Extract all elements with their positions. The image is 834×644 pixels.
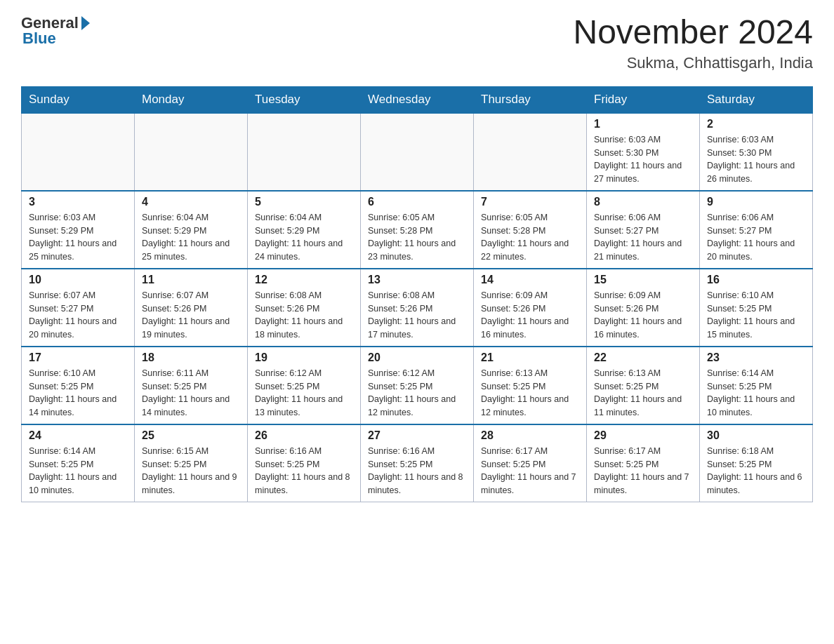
day-number: 9 [707,196,805,208]
day-number: 28 [481,429,579,442]
day-info: Sunrise: 6:17 AMSunset: 5:25 PMDaylight:… [481,445,579,497]
calendar-cell: 1Sunrise: 6:03 AMSunset: 5:30 PMDaylight… [587,113,700,191]
logo: General Blue [21,14,90,48]
calendar-week-row: 1Sunrise: 6:03 AMSunset: 5:30 PMDaylight… [22,113,813,191]
day-info: Sunrise: 6:14 AMSunset: 5:25 PMDaylight:… [707,367,805,420]
calendar-day-header: Friday [587,86,700,113]
day-info: Sunrise: 6:03 AMSunset: 5:30 PMDaylight:… [707,133,805,186]
calendar-cell: 4Sunrise: 6:04 AMSunset: 5:29 PMDaylight… [135,191,248,269]
logo-arrow-icon [81,16,90,30]
calendar-cell [361,113,474,191]
calendar-cell: 9Sunrise: 6:06 AMSunset: 5:27 PMDaylight… [700,191,813,269]
day-number: 1 [594,118,692,130]
calendar-day-header: Sunday [22,86,135,113]
day-info: Sunrise: 6:09 AMSunset: 5:26 PMDaylight:… [594,289,692,342]
day-info: Sunrise: 6:16 AMSunset: 5:25 PMDaylight:… [368,445,466,497]
day-number: 5 [255,196,353,208]
calendar-cell: 20Sunrise: 6:12 AMSunset: 5:25 PMDayligh… [361,347,474,424]
day-number: 6 [368,196,466,208]
day-info: Sunrise: 6:15 AMSunset: 5:25 PMDaylight:… [142,445,240,497]
day-info: Sunrise: 6:04 AMSunset: 5:29 PMDaylight:… [255,211,353,264]
month-title: November 2024 [573,14,813,51]
calendar-week-row: 3Sunrise: 6:03 AMSunset: 5:29 PMDaylight… [22,191,813,269]
day-info: Sunrise: 6:09 AMSunset: 5:26 PMDaylight:… [481,289,579,342]
day-number: 30 [707,429,805,442]
day-info: Sunrise: 6:16 AMSunset: 5:25 PMDaylight:… [255,445,353,497]
day-info: Sunrise: 6:14 AMSunset: 5:25 PMDaylight:… [29,445,127,497]
day-info: Sunrise: 6:06 AMSunset: 5:27 PMDaylight:… [594,211,692,264]
day-number: 29 [594,429,692,442]
calendar-cell: 30Sunrise: 6:18 AMSunset: 5:25 PMDayligh… [700,424,813,502]
calendar-cell: 10Sunrise: 6:07 AMSunset: 5:27 PMDayligh… [22,269,135,347]
day-number: 18 [142,351,240,364]
day-info: Sunrise: 6:10 AMSunset: 5:25 PMDaylight:… [707,289,805,342]
calendar-table: SundayMondayTuesdayWednesdayThursdayFrid… [21,86,813,502]
calendar-cell: 19Sunrise: 6:12 AMSunset: 5:25 PMDayligh… [248,347,361,424]
calendar-cell: 8Sunrise: 6:06 AMSunset: 5:27 PMDaylight… [587,191,700,269]
calendar-cell: 15Sunrise: 6:09 AMSunset: 5:26 PMDayligh… [587,269,700,347]
calendar-cell: 17Sunrise: 6:10 AMSunset: 5:25 PMDayligh… [22,347,135,424]
day-number: 19 [255,351,353,364]
day-info: Sunrise: 6:17 AMSunset: 5:25 PMDaylight:… [594,445,692,497]
calendar-cell [474,113,587,191]
day-number: 26 [255,429,353,442]
day-number: 23 [707,351,805,364]
calendar-cell: 12Sunrise: 6:08 AMSunset: 5:26 PMDayligh… [248,269,361,347]
day-info: Sunrise: 6:13 AMSunset: 5:25 PMDaylight:… [594,367,692,420]
day-info: Sunrise: 6:11 AMSunset: 5:25 PMDaylight:… [142,367,240,420]
calendar-cell [22,113,135,191]
day-number: 27 [368,429,466,442]
day-number: 25 [142,429,240,442]
calendar-day-header: Monday [135,86,248,113]
day-number: 2 [707,118,805,130]
day-number: 11 [142,274,240,286]
day-info: Sunrise: 6:08 AMSunset: 5:26 PMDaylight:… [368,289,466,342]
calendar-cell: 23Sunrise: 6:14 AMSunset: 5:25 PMDayligh… [700,347,813,424]
calendar-cell: 18Sunrise: 6:11 AMSunset: 5:25 PMDayligh… [135,347,248,424]
location-subtitle: Sukma, Chhattisgarh, India [573,54,813,72]
calendar-cell: 21Sunrise: 6:13 AMSunset: 5:25 PMDayligh… [474,347,587,424]
calendar-week-row: 24Sunrise: 6:14 AMSunset: 5:25 PMDayligh… [22,424,813,502]
day-info: Sunrise: 6:13 AMSunset: 5:25 PMDaylight:… [481,367,579,420]
page-header: General Blue November 2024 Sukma, Chhatt… [21,14,813,72]
day-number: 4 [142,196,240,208]
calendar-cell: 24Sunrise: 6:14 AMSunset: 5:25 PMDayligh… [22,424,135,502]
calendar-cell: 2Sunrise: 6:03 AMSunset: 5:30 PMDaylight… [700,113,813,191]
day-number: 10 [29,274,127,286]
calendar-cell: 28Sunrise: 6:17 AMSunset: 5:25 PMDayligh… [474,424,587,502]
calendar-cell: 27Sunrise: 6:16 AMSunset: 5:25 PMDayligh… [361,424,474,502]
calendar-cell: 25Sunrise: 6:15 AMSunset: 5:25 PMDayligh… [135,424,248,502]
day-info: Sunrise: 6:12 AMSunset: 5:25 PMDaylight:… [368,367,466,420]
day-number: 21 [481,351,579,364]
day-number: 20 [368,351,466,364]
day-number: 24 [29,429,127,442]
day-number: 12 [255,274,353,286]
day-number: 15 [594,274,692,286]
calendar-cell: 26Sunrise: 6:16 AMSunset: 5:25 PMDayligh… [248,424,361,502]
calendar-cell: 7Sunrise: 6:05 AMSunset: 5:28 PMDaylight… [474,191,587,269]
calendar-week-row: 10Sunrise: 6:07 AMSunset: 5:27 PMDayligh… [22,269,813,347]
calendar-week-row: 17Sunrise: 6:10 AMSunset: 5:25 PMDayligh… [22,347,813,424]
calendar-header-row: SundayMondayTuesdayWednesdayThursdayFrid… [22,86,813,113]
day-number: 16 [707,274,805,286]
day-info: Sunrise: 6:18 AMSunset: 5:25 PMDaylight:… [707,445,805,497]
day-info: Sunrise: 6:07 AMSunset: 5:27 PMDaylight:… [29,289,127,342]
day-number: 17 [29,351,127,364]
day-info: Sunrise: 6:12 AMSunset: 5:25 PMDaylight:… [255,367,353,420]
day-info: Sunrise: 6:07 AMSunset: 5:26 PMDaylight:… [142,289,240,342]
calendar-cell: 29Sunrise: 6:17 AMSunset: 5:25 PMDayligh… [587,424,700,502]
calendar-cell: 13Sunrise: 6:08 AMSunset: 5:26 PMDayligh… [361,269,474,347]
day-info: Sunrise: 6:05 AMSunset: 5:28 PMDaylight:… [368,211,466,264]
calendar-cell: 11Sunrise: 6:07 AMSunset: 5:26 PMDayligh… [135,269,248,347]
day-info: Sunrise: 6:03 AMSunset: 5:30 PMDaylight:… [594,133,692,186]
calendar-day-header: Tuesday [248,86,361,113]
day-number: 8 [594,196,692,208]
calendar-cell [135,113,248,191]
day-info: Sunrise: 6:05 AMSunset: 5:28 PMDaylight:… [481,211,579,264]
day-number: 7 [481,196,579,208]
day-info: Sunrise: 6:08 AMSunset: 5:26 PMDaylight:… [255,289,353,342]
calendar-cell: 16Sunrise: 6:10 AMSunset: 5:25 PMDayligh… [700,269,813,347]
calendar-day-header: Thursday [474,86,587,113]
calendar-day-header: Wednesday [361,86,474,113]
day-number: 13 [368,274,466,286]
